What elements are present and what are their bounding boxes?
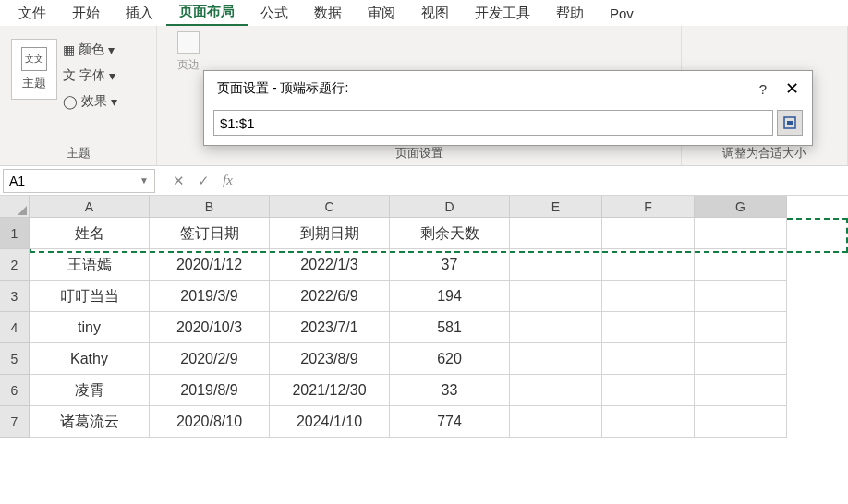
title-rows-input[interactable] — [213, 110, 773, 136]
cell[interactable]: 2024/1/10 — [270, 406, 390, 438]
menu-help[interactable]: 帮助 — [543, 1, 597, 26]
cell[interactable]: 2022/1/3 — [270, 249, 390, 281]
theme-effects-button[interactable]: ◯ 效果 ▾ — [59, 90, 121, 113]
col-header-A[interactable]: A — [30, 196, 150, 218]
cancel-formula-button[interactable]: ✕ — [173, 173, 185, 189]
cell[interactable] — [510, 343, 602, 375]
dialog-close-button[interactable]: ✕ — [785, 78, 799, 99]
cell[interactable] — [602, 312, 695, 343]
cell[interactable]: Kathy — [30, 343, 150, 375]
themes-icon: 文文 — [21, 47, 47, 71]
theme-fonts-button[interactable]: 文 字体 ▾ — [59, 65, 121, 87]
cell[interactable]: 签订日期 — [150, 218, 270, 249]
collapse-dialog-button[interactable] — [777, 110, 803, 136]
cell[interactable]: 33 — [390, 375, 510, 406]
themes-button[interactable]: 文文 主题 — [11, 39, 57, 100]
palette-icon: ▦ — [63, 42, 75, 57]
cell[interactable]: tiny — [30, 312, 150, 343]
col-header-D[interactable]: D — [390, 196, 510, 218]
cell[interactable]: 到期日期 — [270, 218, 390, 249]
cell[interactable] — [695, 218, 787, 249]
confirm-formula-button[interactable]: ✓ — [198, 173, 210, 189]
cell[interactable] — [510, 281, 602, 312]
cell[interactable] — [510, 375, 602, 406]
table-row: 3叮叮当当2019/3/92022/6/9194 — [0, 281, 848, 312]
col-header-E[interactable]: E — [510, 196, 602, 218]
cell[interactable] — [602, 218, 695, 249]
cell[interactable]: 194 — [390, 281, 510, 312]
cell[interactable] — [510, 218, 602, 249]
cell[interactable]: 37 — [390, 249, 510, 281]
cell[interactable]: 581 — [390, 312, 510, 343]
menu-data[interactable]: 数据 — [301, 1, 355, 26]
insert-function-button[interactable]: fx — [223, 173, 233, 188]
chevron-down-icon[interactable]: ▼ — [139, 175, 149, 186]
cell[interactable] — [602, 249, 695, 281]
theme-effects-label: 效果 — [81, 93, 107, 110]
spreadsheet-grid[interactable]: A B C D E F G 1姓名签订日期到期日期剩余天数2王语嫣2020/1/… — [0, 196, 848, 438]
menu-page-layout[interactable]: 页面布局 — [166, 0, 248, 27]
cell[interactable]: 620 — [390, 343, 510, 375]
cell[interactable] — [695, 343, 787, 375]
cell[interactable]: 2023/8/9 — [270, 343, 390, 375]
margins-label: 页边 — [177, 57, 200, 73]
col-header-C[interactable]: C — [270, 196, 390, 218]
menu-home[interactable]: 开始 — [59, 1, 113, 26]
menu-pov[interactable]: Pov — [597, 2, 647, 25]
menu-review[interactable]: 审阅 — [355, 1, 408, 26]
cell[interactable]: 姓名 — [30, 218, 150, 249]
menu-formulas[interactable]: 公式 — [248, 1, 301, 26]
cell[interactable]: 诸葛流云 — [30, 406, 150, 438]
cell[interactable]: 2021/12/30 — [270, 375, 390, 406]
select-all-corner[interactable] — [0, 196, 30, 218]
menu-view[interactable]: 视图 — [408, 1, 462, 26]
formula-input[interactable] — [248, 179, 848, 183]
row-header-3[interactable]: 3 — [0, 281, 30, 312]
cell[interactable]: 2023/7/1 — [270, 312, 390, 343]
col-header-G[interactable]: G — [695, 196, 787, 218]
cell[interactable] — [602, 406, 695, 438]
row-header-4[interactable]: 4 — [0, 312, 30, 343]
cell[interactable] — [510, 249, 602, 281]
dialog-help-button[interactable]: ? — [759, 81, 767, 97]
cell[interactable]: 2019/8/9 — [150, 375, 270, 406]
row-header-5[interactable]: 5 — [0, 343, 30, 375]
row-header-2[interactable]: 2 — [0, 249, 30, 281]
cell[interactable] — [510, 312, 602, 343]
collapse-icon — [782, 115, 797, 130]
cell[interactable] — [602, 375, 695, 406]
name-box[interactable]: A1 ▼ — [3, 169, 155, 193]
row-header-1[interactable]: 1 — [0, 218, 30, 249]
cell[interactable] — [695, 406, 787, 438]
cell[interactable] — [695, 281, 787, 312]
margins-button[interactable]: 页边 — [166, 31, 211, 73]
col-header-F[interactable]: F — [602, 196, 695, 218]
cell[interactable] — [695, 249, 787, 281]
theme-colors-button[interactable]: ▦ 颜色 ▾ — [59, 39, 121, 61]
row-header-7[interactable]: 7 — [0, 406, 30, 438]
cell[interactable]: 叮叮当当 — [30, 281, 150, 312]
font-icon: 文 — [63, 67, 76, 84]
cell[interactable]: 2020/8/10 — [150, 406, 270, 438]
cell[interactable] — [602, 343, 695, 375]
cell[interactable] — [510, 406, 602, 438]
ribbon-group-label-themes: 主题 — [9, 143, 147, 163]
col-header-B[interactable]: B — [150, 196, 270, 218]
cell[interactable]: 2020/1/12 — [150, 249, 270, 281]
ribbon-group-themes: 文文 主题 ▦ 颜色 ▾ 文 字体 ▾ ◯ 效果 ▾ — [0, 26, 157, 165]
row-header-6[interactable]: 6 — [0, 375, 30, 406]
cell[interactable]: 剩余天数 — [390, 218, 510, 249]
menu-insert[interactable]: 插入 — [113, 1, 166, 26]
cell[interactable]: 2020/2/9 — [150, 343, 270, 375]
menu-file[interactable]: 文件 — [6, 1, 59, 26]
menu-developer[interactable]: 开发工具 — [462, 1, 543, 26]
cell[interactable]: 2019/3/9 — [150, 281, 270, 312]
cell[interactable]: 凌霄 — [30, 375, 150, 406]
cell[interactable]: 774 — [390, 406, 510, 438]
cell[interactable] — [695, 375, 787, 406]
cell[interactable]: 2022/6/9 — [270, 281, 390, 312]
cell[interactable]: 王语嫣 — [30, 249, 150, 281]
cell[interactable] — [602, 281, 695, 312]
cell[interactable] — [695, 312, 787, 343]
cell[interactable]: 2020/10/3 — [150, 312, 270, 343]
